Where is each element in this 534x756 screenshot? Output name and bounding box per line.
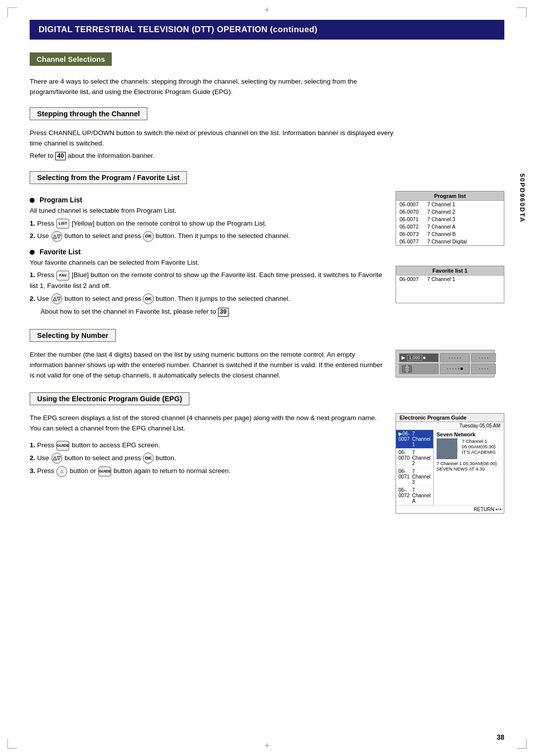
stepping-body: Press CHANNEL UP/DOWN button to switch t… [30, 128, 405, 149]
epg-program-info1: 7 Channel 1 05:00AM(05:30) [462, 438, 504, 449]
corner-mark-br [517, 739, 527, 749]
center-mark-top [265, 5, 270, 15]
program-list-step2: 2. Use △▽ button to select and press OK … [30, 231, 386, 241]
epg-step3: 3. Press ⌂ button or GUIDE button again … [30, 466, 386, 476]
arrow-button-icon-1: △▽ [51, 231, 62, 242]
program-list-row-1: 06-00077 Channel 1 [396, 201, 504, 208]
favorite-list-screen: Favorite list 1 06-00077 Channel 1 [396, 266, 504, 303]
epg-channel-row-4: 06-00727 Channel A [396, 486, 433, 505]
epg-screen-title: Electronic Program Guide [396, 414, 504, 422]
program-list-row-5: 06-00737 Channel B [396, 231, 504, 238]
number-select-screen: ▶ 1,000 ■ - - - - - - - - - △▽ [396, 350, 494, 378]
arrow-button-icon-2: △▽ [51, 293, 62, 304]
epg-channel-row-3: 06-00717 Channel 3 [396, 468, 433, 486]
guide-button-icon-1: GUIDE [56, 441, 69, 451]
channel-selections-header: Channel Selections [30, 52, 112, 66]
epg-screen: Electronic Program Guide Tuesday 05:05 A… [396, 413, 504, 514]
program-list-screen: Program list 06-00077 Channel 1 06-00707… [396, 191, 504, 246]
program-list-row-4: 06-00727 Channel A [396, 223, 504, 231]
epg-step1: 1. Press GUIDE button to access EPG scre… [30, 440, 386, 451]
ok-button-icon-epg: OK [143, 453, 154, 464]
epg-step2: 2. Use △▽ button to select and press OK … [30, 453, 386, 464]
stepping-header: Stepping through the Channel [30, 107, 147, 120]
favorite-list-row-1: 06-00077 Channel 1 [396, 276, 504, 283]
epg-return: RETURN ↵• [396, 505, 504, 513]
epg-channel-row-1: ▶06-00077 Channel 1 [396, 430, 433, 449]
program-list-intro: All tuned channel is selectable from Pro… [30, 206, 386, 216]
side-label: 50PD960DTA [519, 173, 527, 223]
arrow-button-icon-epg: △▽ [51, 453, 62, 464]
selecting-number-body: Enter the number (the last 4 digits) bas… [30, 350, 386, 381]
epg-program-info3: 7 Channel 1 05:30AM(06:00) [437, 461, 504, 466]
program-list-subtitle: Program List [30, 196, 386, 204]
epg-program-info2: IT'S ACADEMIC [462, 449, 504, 455]
program-list-row-3: 06-00717 Channel 3 [396, 216, 504, 223]
ok-button-icon-2: OK [143, 293, 154, 304]
selecting-fav-header: Selecting from the Program / Favorite Li… [30, 171, 187, 184]
selecting-number-header: Selecting by Number [30, 329, 116, 342]
epg-channel-row-2: 06-00707 Channel 2 [396, 449, 433, 468]
page-number: 38 [496, 733, 504, 741]
fav-button-icon: FAV [56, 271, 69, 281]
corner-mark-tr [517, 7, 527, 17]
guide-button-icon-2: GUIDE [98, 467, 111, 476]
epg-body: The EPG screen displays a list of the st… [30, 413, 386, 434]
refer-num-40: 40 [55, 152, 66, 161]
bullet-dot-favorite [30, 250, 35, 255]
channel-selections-intro: There are 4 ways to select the channels:… [30, 77, 405, 97]
epg-program-info4: SEVEN NEWS AT 4:30 [437, 466, 504, 472]
program-list-row-2: 06-00707 Channel 2 [396, 208, 504, 216]
program-list-screen-header: Program list [396, 191, 504, 201]
favorite-list-screen-header: Favorite list 1 [396, 266, 504, 276]
center-mark-bottom [265, 741, 270, 751]
ok-button-icon-1: OK [143, 231, 154, 242]
main-header: DIGITAL TERRESTRIAL TELEVISION (DTT) OPE… [30, 20, 504, 40]
favorite-list-step2b: About how to set the channel in Favorite… [41, 306, 386, 317]
side-label-wrapper: 50PD960DTA [515, 148, 530, 247]
program-list-step1: 1. Press LIST [Yellow] button on the rem… [30, 218, 386, 229]
favorite-list-step2: 2. Use △▽ button to select and press OK … [30, 293, 386, 304]
epg-date: Tuesday 05:05 AM [396, 422, 504, 430]
epg-thumbnail [437, 438, 457, 459]
corner-mark-tl [7, 7, 17, 17]
stepping-refer: Refer to 40 about the information banner… [30, 151, 405, 161]
bullet-dot-program [30, 198, 35, 203]
epg-program-name: Seven Network [437, 431, 504, 437]
refer-num-39: 39 [218, 308, 228, 317]
program-list-row-6: 06-00777 Channel Digital [396, 238, 504, 245]
list-button-icon: LIST [56, 219, 69, 229]
epg-header: Using the Electronic Program Guide (EPG) [30, 392, 189, 405]
favorite-list-intro: Your favorite channels can be selected f… [30, 258, 386, 268]
home-button-icon: ⌂ [56, 466, 67, 477]
favorite-list-subtitle: Favorite List [30, 248, 386, 256]
favorite-list-step1: 1. Press FAV [Blue] button on the remote… [30, 270, 386, 291]
corner-mark-bl [7, 739, 17, 749]
